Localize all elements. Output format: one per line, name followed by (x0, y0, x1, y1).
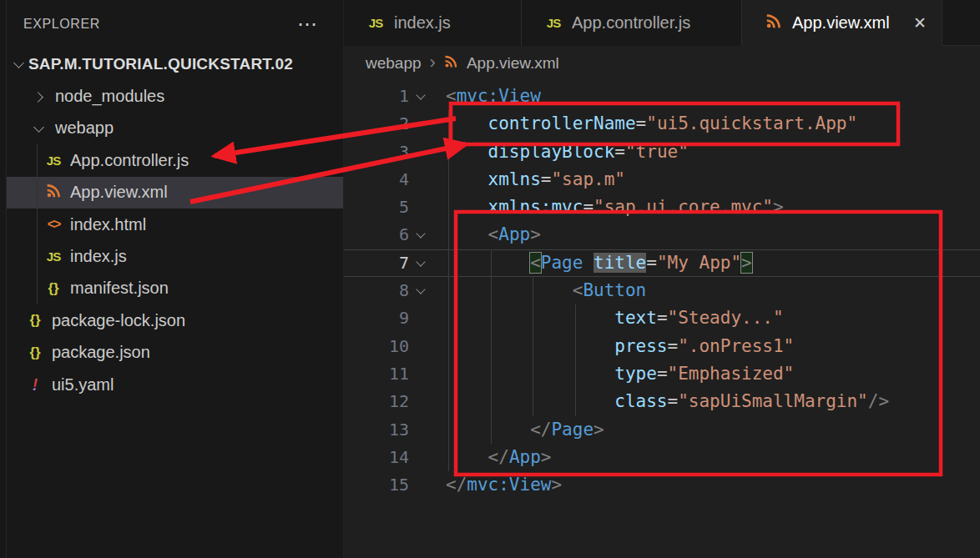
fold-gutter (409, 416, 434, 444)
code-line-14: 14 </App> (344, 444, 980, 471)
code-text[interactable]: <Button (434, 277, 980, 304)
html-file-icon: <> (43, 217, 63, 232)
code-editor[interactable]: 1<mvc:View2 controllerName="ui5.quicksta… (344, 81, 980, 558)
line-number: 10 (344, 333, 409, 360)
tree-item-manifest-json[interactable]: {}manifest.json (0, 273, 343, 304)
indent-guide (448, 277, 449, 304)
indent-guide (533, 388, 533, 415)
fold-chevron-icon[interactable] (409, 221, 434, 249)
yaml-file-icon: ! (25, 375, 45, 395)
file-label: webapp (55, 118, 114, 138)
file-label: App.view.xml (70, 183, 168, 202)
code-text[interactable]: controllerName="ui5.quickstart.App" (434, 110, 980, 138)
indent-guide (448, 249, 449, 277)
code-text[interactable]: <mvc:View (434, 83, 980, 110)
tree-item-index-html[interactable]: <>index.html (0, 209, 343, 240)
indent-guide (448, 138, 449, 166)
fold-gutter (409, 333, 434, 360)
fold-gutter (409, 194, 434, 221)
code-text[interactable]: displayBlock="true" (434, 138, 980, 166)
json-file-icon: {} (25, 344, 45, 361)
code-text[interactable]: xmlns="sap.m" (434, 166, 980, 194)
code-line-1: 1<mvc:View (344, 83, 980, 110)
indent-guide (448, 166, 449, 194)
breadcrumb: webapp › App.view.xml (344, 46, 980, 81)
close-icon[interactable]: ✕ (902, 13, 927, 33)
indent-guide (448, 221, 449, 249)
editor-area: JSindex.jsJSApp.controller.jsApp.view.xm… (343, 0, 980, 558)
tab-bar: JSindex.jsJSApp.controller.jsApp.view.xm… (344, 0, 980, 46)
chevron-right-icon: › (430, 52, 436, 73)
line-number: 7 (344, 249, 409, 277)
tree-item-app-controller-js[interactable]: JSApp.controller.js (0, 144, 343, 176)
line-number: 4 (344, 166, 409, 194)
line-number: 14 (344, 444, 409, 471)
tree-item-node-modules[interactable]: node_modules (0, 80, 343, 112)
breadcrumb-file[interactable]: App.view.xml (467, 54, 559, 73)
code-line-10: 10 press=".onPress1" (344, 333, 980, 360)
tab-app-controller-js[interactable]: JSApp.controller.js (522, 0, 742, 46)
indent-guide (575, 304, 576, 332)
file-label: App.controller.js (70, 151, 189, 170)
tree-item-app-view-xml[interactable]: App.view.xml (7, 177, 343, 209)
code-text[interactable]: class="sapUiSmallMargin"/> (434, 388, 980, 415)
code-text[interactable]: </App> (434, 444, 980, 471)
indent-guide (533, 277, 533, 304)
line-number: 13 (344, 416, 409, 444)
indent-guide (448, 360, 449, 388)
code-text[interactable]: type="Emphasized" (434, 360, 980, 388)
tab-app-view-xml[interactable]: App.view.xml✕ (742, 0, 942, 47)
tab-label: App.controller.js (572, 13, 690, 33)
fold-chevron-icon[interactable] (409, 83, 434, 110)
line-number: 8 (344, 277, 409, 304)
code-line-6: 6 <App> (344, 221, 980, 249)
breadcrumb-folder[interactable]: webapp (366, 54, 422, 73)
line-number: 1 (344, 83, 409, 110)
tree-item-package-lock-json[interactable]: {}package-lock.json (0, 304, 343, 336)
explorer-header: EXPLORER ⋯ (0, 0, 343, 48)
tree-item-index-js[interactable]: JSindex.js (0, 240, 343, 272)
tree-item-root[interactable]: SAP.M.TUTORIAL.QUICKSTART.02 (0, 48, 343, 80)
file-label: index.js (70, 247, 127, 266)
fold-gutter (409, 388, 434, 415)
indent-guide (491, 360, 492, 388)
more-actions-icon[interactable]: ⋯ (297, 20, 318, 28)
json-file-icon: {} (25, 312, 45, 329)
indent-guide (491, 333, 492, 360)
file-label: package.json (52, 343, 150, 362)
code-text[interactable]: text="Steady..." (434, 304, 980, 332)
indent-guide (533, 360, 533, 388)
line-number: 5 (344, 194, 409, 221)
file-tree: SAP.M.TUTORIAL.QUICKSTART.02node_modules… (0, 48, 343, 400)
code-line-7: 7 <Page title="My App"> (344, 249, 980, 277)
tab-label: index.js (394, 13, 451, 33)
xml-file-icon (43, 183, 63, 203)
code-text[interactable]: press=".onPress1" (434, 333, 980, 360)
fold-chevron-icon[interactable] (409, 249, 434, 277)
fold-gutter (409, 138, 434, 166)
line-number: 11 (344, 360, 409, 388)
indent-guide (575, 333, 576, 360)
tab-index-js[interactable]: JSindex.js (344, 0, 522, 46)
indent-guide (491, 249, 492, 277)
tree-item-ui5-yaml[interactable]: !ui5.yaml (0, 369, 343, 400)
indent-guide (533, 304, 533, 332)
bracket-match: < (530, 253, 541, 273)
xml-file-icon (764, 13, 784, 33)
code-text[interactable]: <App> (434, 221, 980, 249)
code-text[interactable]: </mvc:View> (434, 471, 980, 499)
file-label: ui5.yaml (52, 375, 114, 395)
indent-guide (448, 110, 449, 138)
indent-guide (448, 388, 449, 415)
indent-guide (491, 277, 492, 304)
file-label: package-lock.json (52, 311, 185, 330)
tree-item-webapp[interactable]: webapp (0, 113, 343, 144)
code-line-12: 12 class="sapUiSmallMargin"/> (344, 388, 980, 415)
chevron-down-icon (12, 57, 28, 72)
code-text[interactable]: xmlns:mvc="sap.ui.core.mvc"> (434, 194, 980, 221)
tree-item-package-json[interactable]: {}package.json (0, 337, 343, 369)
code-line-8: 8 <Button (344, 277, 980, 304)
code-text[interactable]: <Page title="My App"> (434, 249, 980, 277)
code-text[interactable]: </Page> (434, 416, 980, 444)
fold-chevron-icon[interactable] (409, 277, 434, 304)
